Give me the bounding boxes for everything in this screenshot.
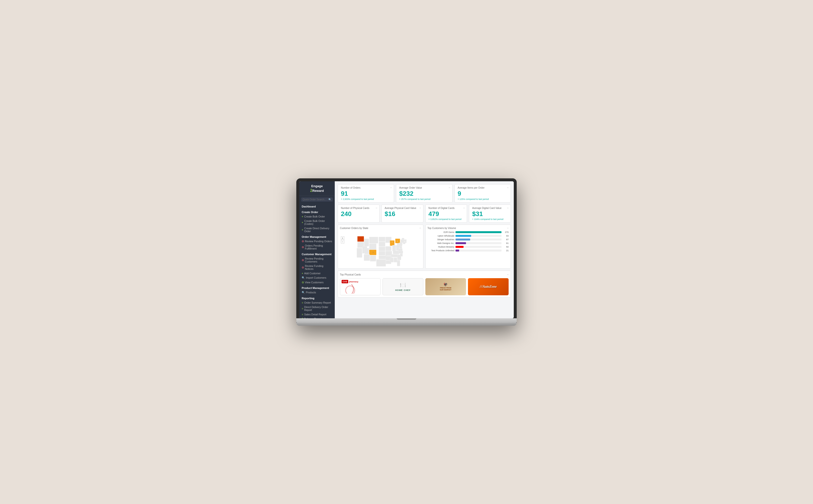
sidebar-item-import-customers[interactable]: 🔍 Import Customers [299, 275, 335, 280]
sidebar-item-products[interactable]: 🔍 Products [299, 290, 335, 295]
bar-track-upton [455, 235, 502, 237]
bar-fill-stinger [455, 239, 470, 241]
gift-card-homechef: 🍽️ HOME CHEF [383, 278, 423, 295]
svg-rect-34 [390, 258, 394, 262]
svg-rect-38 [400, 253, 403, 256]
collapse-icon[interactable]: − [507, 273, 509, 276]
stat-change-avg-digital-value: + 104% compared to last period [472, 218, 508, 220]
sidebar-item-view-customers[interactable]: ⊙ View Customers [299, 280, 335, 285]
stat-value-avg-digital-value: $31 [472, 210, 508, 218]
collapse-icon[interactable]: − [449, 186, 450, 189]
svg-rect-14 [364, 254, 370, 261]
svg-text:WI: WI [392, 242, 393, 243]
customer-row-testproducts: Test Products Unlimited 21 [428, 249, 509, 252]
bar-track-hudson [455, 246, 502, 248]
stat-change-avg-items: + 125% compared to last period [458, 198, 508, 200]
collapse-icon[interactable]: − [419, 206, 421, 210]
sidebar-item-orders-pending-fulfillment[interactable]: ⊙ Orders Pending Fulfillment [299, 243, 335, 251]
sidebar-item-review-pending-customers[interactable]: ⊙ Review Pending Customers [299, 256, 335, 264]
zoom-out-button[interactable]: − [341, 240, 344, 243]
collapse-icon[interactable]: − [390, 186, 392, 189]
stat-title-num-orders: Number of Orders [341, 186, 391, 189]
search-bar[interactable]: 🔍 [301, 197, 333, 202]
laptop-bottom [296, 323, 517, 326]
gift-card-autozone: ///AutoZone [468, 278, 509, 295]
svg-rect-5 [358, 236, 364, 242]
top-customers-panel: Top Customers by Volume − E2R Demo 270 [425, 225, 511, 269]
svg-rect-25 [385, 251, 392, 256]
bar-track-testproducts [455, 250, 502, 252]
zoom-in-button[interactable]: + [341, 236, 344, 240]
bar-track-webdesigns [455, 242, 502, 244]
stats-row-1: Number of Orders 91 + 2,933% compared to… [338, 184, 511, 203]
svg-rect-11 [369, 244, 376, 250]
us-map-svg: WA CO WI MI [340, 231, 421, 266]
svg-text:CO: CO [373, 252, 374, 253]
collapse-icon[interactable]: − [376, 206, 377, 210]
gift-card-cvs: CVS pharmacy [340, 278, 381, 295]
stat-value-num-digital: 479 [429, 210, 464, 218]
bar-value-webdesigns: 61 [502, 242, 509, 244]
bar-fill-testproducts [455, 250, 459, 252]
main-content: Number of Orders 91 + 2,933% compared to… [335, 181, 514, 318]
map-container[interactable]: + − [340, 231, 421, 266]
svg-rect-9 [364, 239, 369, 246]
bar-track-stinger [455, 239, 502, 241]
sidebar-section-reporting: Reporting [299, 295, 335, 300]
collapse-icon[interactable]: − [419, 226, 421, 230]
top-customers-title: Top Customers by Volume [428, 227, 509, 229]
sidebar-section-order-management: Order Management [299, 233, 335, 239]
customer-name-e2r: E2R Demo [428, 231, 454, 233]
svg-rect-7 [357, 248, 362, 258]
bar-value-stinger: 87 [502, 238, 509, 241]
sidebar-item-review-pending-orders[interactable]: ⊙ Review Pending Orders [299, 239, 335, 243]
map-title: Customer Orders by State [340, 227, 421, 229]
customer-row-hudson: Hudson Brewery 50 [428, 246, 509, 248]
svg-rect-13 [365, 248, 369, 254]
sidebar-item-review-funding-notices[interactable]: ⊙ Review Funding Notices [299, 264, 335, 271]
svg-text:MI: MI [397, 241, 398, 242]
stat-card-avg-order-value: Average Order Value $232 + 257% compared… [396, 184, 452, 203]
svg-rect-35 [394, 258, 397, 262]
map-zoom-controls: + − [341, 236, 344, 243]
svg-text:WA: WA [359, 239, 361, 240]
collapse-icon[interactable]: − [507, 206, 509, 210]
svg-rect-19 [379, 251, 385, 255]
svg-rect-18 [379, 247, 385, 251]
sidebar-item-sales-detail-report[interactable]: ≡ Sales Detail Report [299, 312, 335, 317]
sidebar: Engage2Reward 🔍 Dashboard Create Order +… [299, 181, 335, 318]
search-icon: 🔍 [328, 198, 331, 201]
stat-card-avg-physical-value: Average Physical Card Value $16 − [382, 205, 423, 223]
sidebar-item-create-direct-delivery[interactable]: + Create Direct Delivery Order [299, 226, 335, 233]
sidebar-item-balance-report[interactable]: $ Balance Report [299, 317, 335, 318]
logo-symbol: 2 [310, 188, 313, 193]
svg-rect-10 [369, 237, 378, 243]
sidebar-item-create-bulk-order[interactable]: + Create Bulk Order [299, 214, 335, 219]
svg-rect-23 [390, 241, 394, 246]
bar-fill-upton [455, 235, 471, 237]
stat-card-num-physical: Number of Physical Cards 240 − [338, 205, 380, 223]
stat-title-num-digital: Number of Digital Cards [429, 207, 464, 209]
stat-change-num-digital: + 3,852% compared to last period [429, 218, 464, 220]
collapse-icon[interactable]: − [507, 186, 509, 189]
customer-name-hudson: Hudson Brewery [428, 246, 454, 248]
sidebar-item-direct-delivery-report[interactable]: ≡ Direct Delivery Order Report [299, 305, 335, 312]
gift-cards-row: CVS pharmacy [340, 278, 509, 295]
sidebar-item-order-summary-report[interactable]: ≡ Order Summary Report [299, 300, 335, 305]
svg-rect-45 [404, 241, 406, 243]
sidebar-item-add-customer[interactable]: + Add Customer [299, 271, 335, 275]
svg-rect-17 [379, 242, 385, 247]
stat-value-avg-items: 9 [458, 190, 508, 197]
collapse-icon[interactable]: − [507, 226, 509, 230]
svg-rect-43 [401, 240, 404, 243]
collapse-icon[interactable]: − [463, 206, 465, 210]
search-input[interactable] [303, 198, 328, 201]
sidebar-section-dashboard[interactable]: Dashboard [299, 203, 335, 209]
sidebar-section-product-management: Product Management [299, 285, 335, 290]
customer-row-webdesigns: Web Designs Inc. 61 [428, 242, 509, 244]
bar-fill-e2r [455, 231, 502, 233]
sidebar-item-create-bulk-order-codes[interactable]: + Create Bulk Order (Codes) [299, 219, 335, 226]
middle-row: Customer Orders by State − + − [338, 225, 511, 269]
customer-name-webdesigns: Web Designs Inc. [428, 242, 454, 244]
svg-rect-39 [398, 251, 403, 253]
